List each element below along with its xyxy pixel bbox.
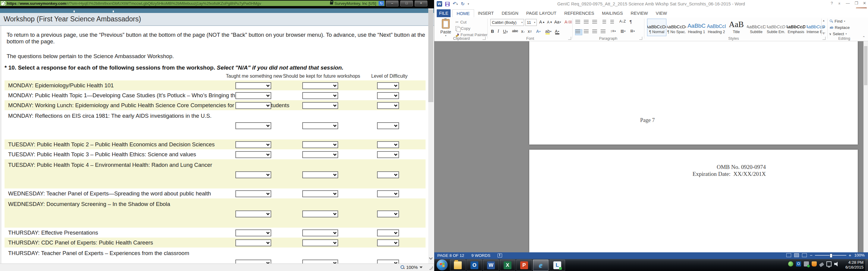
dropdown-level-of-difficulty[interactable] (377, 102, 399, 109)
grow-font-button[interactable]: A▲ (539, 20, 545, 24)
document-page-7[interactable]: Page 7 (529, 41, 858, 144)
style-emphasis[interactable]: AaBbCcDtEmphasis (786, 19, 806, 36)
page-indicator[interactable]: PAGE 8 OF 12 (437, 253, 464, 258)
dropdown-taught-me-something-new[interactable] (236, 210, 271, 217)
dropdown-taught-me-something-new[interactable] (236, 171, 271, 178)
read-mode-icon[interactable] (786, 253, 791, 257)
tray-outlook-notify-icon[interactable]: O (796, 261, 801, 267)
dropdown-kept-for-future-workshops[interactable] (302, 141, 338, 148)
start-button[interactable] (437, 260, 447, 270)
taskbar-outlook-button[interactable]: O (467, 260, 482, 271)
dropdown-kept-for-future-workshops[interactable] (302, 190, 338, 197)
zoom-in-icon[interactable]: + (849, 253, 851, 258)
sort-button[interactable]: A↓Z (619, 19, 626, 24)
align-right-button[interactable] (592, 30, 599, 35)
restore-button[interactable]: □ (400, 1, 413, 6)
style-title[interactable]: AaBTitle (727, 19, 746, 36)
tab-file[interactable]: FILE (437, 9, 451, 17)
browser-scrollbar[interactable] (428, 8, 433, 264)
dropdown-kept-for-future-workshops[interactable] (302, 92, 338, 99)
font-size-combo[interactable]: 11▾ (525, 19, 537, 26)
style-subtle-em[interactable]: AaBbCcDtSubtle Em... (767, 19, 786, 36)
style-subtitle[interactable]: AaBbCcDSubtitle (747, 19, 766, 36)
dropdown-kept-for-future-workshops[interactable] (302, 102, 338, 109)
taskbar-lync-button[interactable]: L (550, 260, 565, 271)
clipboard-dialog-launcher[interactable] (483, 37, 486, 40)
paste-button[interactable]: Paste ▾ (438, 19, 454, 37)
refresh-icon[interactable]: ↻ (378, 1, 384, 6)
dropdown-kept-for-future-workshops[interactable] (302, 151, 338, 158)
tab-home[interactable]: HOME (453, 9, 474, 17)
tab-review[interactable]: REVIEW (627, 9, 652, 17)
address-field[interactable]: https://www.surveymonkey.com/r/?sm=HyqEI… (0, 1, 384, 6)
strikethrough-button[interactable]: abe (512, 29, 518, 33)
resize-grip[interactable] (430, 267, 433, 270)
styles-scroll-up-icon[interactable]: ▲ (823, 19, 825, 22)
dropdown-taught-me-something-new[interactable] (236, 141, 271, 148)
dropdown-level-of-difficulty[interactable] (377, 92, 399, 99)
zoom-slider[interactable]: − + (810, 253, 851, 258)
font-color-button[interactable]: A▾ (555, 29, 559, 34)
document-page-8[interactable]: OMB No. 0920-0974 Expiration Date: XX/XX… (529, 150, 858, 252)
dropdown-level-of-difficulty[interactable] (377, 190, 399, 197)
tray-green-app-icon[interactable] (788, 261, 793, 267)
show-paragraph-marks-button[interactable]: ¶ (629, 19, 632, 24)
dropdown-level-of-difficulty[interactable] (377, 260, 399, 264)
minimize-button[interactable]: – (386, 1, 398, 6)
tab-view[interactable]: VIEW (652, 9, 671, 17)
cut-button[interactable]: ✂ Cut (456, 19, 467, 25)
select-button[interactable]: Select▾ (830, 32, 849, 36)
subscript-button[interactable]: x₂ (521, 29, 525, 34)
tab-design[interactable]: DESIGN (498, 9, 522, 17)
tab-references[interactable]: REFERENCES (560, 9, 598, 17)
style-heading-1[interactable]: AaBbCHeading 1 (687, 19, 706, 36)
dropdown-taught-me-something-new[interactable] (236, 92, 271, 99)
styles-more-icon[interactable]: ⊽ (823, 32, 825, 35)
zoom-out-icon[interactable]: − (810, 253, 812, 258)
dropdown-taught-me-something-new[interactable] (236, 260, 271, 264)
dropdown-taught-me-something-new[interactable] (236, 190, 271, 197)
borders-button[interactable]: ⊞▾ (630, 29, 635, 33)
proofing-status-icon[interactable] (498, 253, 502, 258)
italic-button[interactable]: I (498, 29, 499, 34)
collapse-ribbon-icon[interactable]: ⌃ (862, 36, 865, 40)
zoom-slider-knob[interactable] (830, 253, 832, 258)
dropdown-level-of-difficulty[interactable] (377, 122, 399, 129)
clear-formatting-button[interactable]: A⌫ (564, 20, 572, 24)
dropdown-taught-me-something-new[interactable] (236, 122, 271, 129)
tray-volume-icon[interactable] (834, 261, 839, 267)
dropdown-kept-for-future-workshops[interactable] (302, 239, 338, 246)
show-desktop-button[interactable] (866, 259, 868, 271)
superscript-button[interactable]: x2 (528, 29, 532, 34)
word-scrollbar[interactable] (864, 41, 868, 252)
replace-button[interactable]: ab Replace (830, 25, 849, 30)
numbering-button[interactable] (584, 20, 590, 25)
dropdown-taught-me-something-new[interactable] (236, 82, 271, 89)
dropdown-taught-me-something-new[interactable] (236, 239, 271, 246)
browser-zoom-control[interactable]: 100% (401, 265, 423, 270)
copy-button[interactable]: Copy (456, 26, 470, 31)
taskbar-word-button[interactable]: W (483, 260, 499, 271)
tab-mailings[interactable]: MAILINGS (598, 9, 627, 17)
paragraph-dialog-launcher[interactable] (639, 37, 642, 40)
print-layout-icon[interactable] (794, 253, 799, 257)
styles-scroll-down-icon[interactable]: ▼ (823, 26, 825, 29)
word-zoom-level[interactable]: 100% (854, 253, 865, 258)
align-left-button[interactable] (575, 30, 582, 35)
close-button[interactable]: × (415, 1, 427, 6)
shrink-font-button[interactable]: A▼ (547, 20, 553, 24)
find-button[interactable]: Find▾ (830, 19, 849, 24)
dropdown-level-of-difficulty[interactable] (377, 239, 399, 246)
decrease-indent-button[interactable] (602, 20, 609, 25)
word-scrollbar-thumb[interactable] (864, 46, 867, 85)
taskbar-powerpoint-button[interactable]: P (516, 260, 532, 271)
dropdown-kept-for-future-workshops[interactable] (302, 171, 338, 178)
dropdown-kept-for-future-workshops[interactable] (302, 82, 338, 89)
bullets-button[interactable] (575, 20, 582, 25)
tray-network-icon[interactable] (827, 261, 832, 267)
dropdown-kept-for-future-workshops[interactable] (302, 230, 338, 236)
help-button[interactable]: ? (831, 1, 833, 5)
dropdown-level-of-difficulty[interactable] (377, 230, 399, 236)
style-no-spac[interactable]: AaBbCcDc¶ No Spac... (667, 19, 686, 36)
taskbar-file-explorer-button[interactable] (450, 260, 466, 271)
